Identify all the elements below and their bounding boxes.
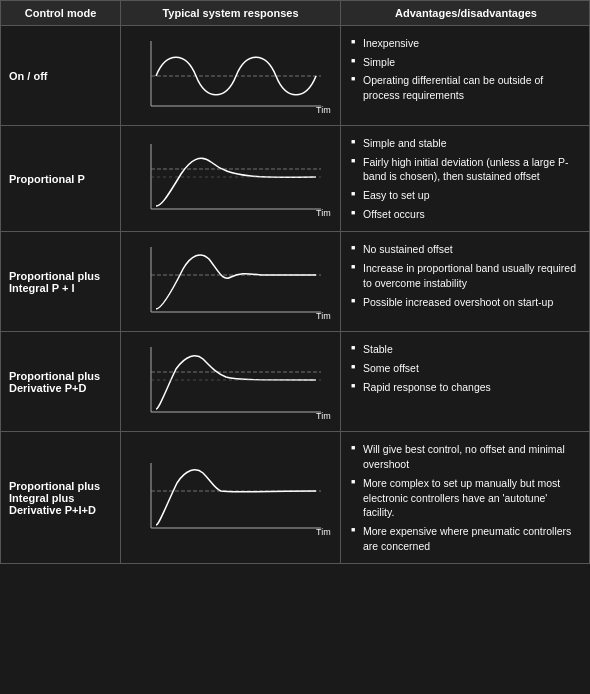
chart-on-off: Temperature Time	[121, 26, 341, 125]
mode-label: Proportional plus Integral plus Derivati…	[1, 432, 121, 563]
header-control-mode: Control mode	[1, 1, 121, 25]
table-row: Proportional P Temperature Time Simple a…	[1, 126, 589, 232]
mode-label: Proportional plus Integral P + I	[1, 232, 121, 331]
advantages-on-off: Inexpensive Simple Operating differentia…	[341, 26, 590, 125]
table-row: Proportional plus Integral plus Derivati…	[1, 432, 589, 563]
advantages-pi: No sustained offset Increase in proporti…	[341, 232, 590, 331]
mode-label: Proportional P	[1, 126, 121, 231]
advantages-proportional: Simple and stable Fairly high initial de…	[341, 126, 590, 231]
mode-label: On / off	[1, 26, 121, 125]
chart-pid: Temperature Time	[121, 432, 341, 563]
table-row: Proportional plus Integral P + I Tempera…	[1, 232, 589, 332]
table-row: Proportional plus Derivative P+D Tempera…	[1, 332, 589, 432]
header-advantages: Advantages/disadvantages	[341, 1, 590, 25]
advantages-pd: Stable Some offset Rapid response to cha…	[341, 332, 590, 431]
chart-pd: Temperature Time	[121, 332, 341, 431]
advantages-pid: Will give best control, no offset and mi…	[341, 432, 590, 563]
main-table: Control mode Typical system responses Ad…	[0, 0, 590, 564]
header-typical-responses: Typical system responses	[121, 1, 341, 25]
table-header: Control mode Typical system responses Ad…	[1, 1, 589, 26]
chart-pi: Temperature Time	[121, 232, 341, 331]
mode-label: Proportional plus Derivative P+D	[1, 332, 121, 431]
chart-proportional: Temperature Time	[121, 126, 341, 231]
table-row: On / off Temperature Time Inexpensive Si…	[1, 26, 589, 126]
